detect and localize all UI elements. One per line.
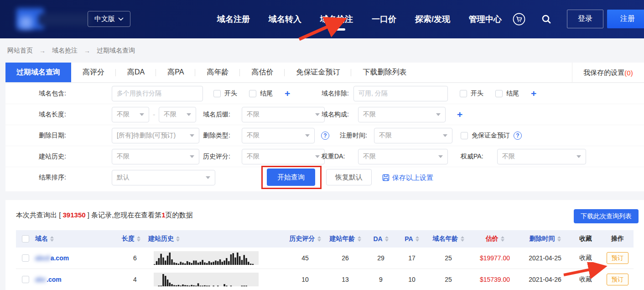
exclude-end-checkbox[interactable]: 结尾 <box>495 83 519 104</box>
sort-icon[interactable] <box>415 234 419 243</box>
blurred-domain-text: abc <box>35 276 46 283</box>
row-checkbox[interactable] <box>22 254 29 262</box>
checkbox[interactable] <box>249 90 256 97</box>
exclude-add-button[interactable]: + <box>531 83 536 104</box>
contain-start-checkbox[interactable]: 开头 <box>213 83 237 104</box>
pa-label: 权威PA: <box>461 146 483 167</box>
checkbox[interactable] <box>495 90 503 97</box>
exclude-start-checkbox[interactable]: 开头 <box>460 83 483 104</box>
compose-add-button[interactable]: + <box>457 104 462 125</box>
length-max-select[interactable]: 不限 <box>159 107 196 122</box>
delete-date-select[interactable]: [所有]待删除(可预订) <box>112 128 199 143</box>
tab-high-valuation[interactable]: 高估价 <box>240 63 285 82</box>
save-settings-link[interactable]: 保存以上设置 <box>382 167 433 188</box>
download-query-list-button[interactable]: 下载此次查询列表 <box>574 209 639 223</box>
checkbox[interactable] <box>461 132 468 139</box>
tab-download-delete-list[interactable]: 下载删除列表 <box>351 63 418 82</box>
breadcrumb-backorder[interactable]: 域名抢注 <box>52 47 78 55</box>
language-selector[interactable]: 中文版 <box>88 11 130 27</box>
filter-panel: 过期域名查询 高评分 高DA 高PA 高年龄 高估价 免保证金预订 下载删除列表… <box>5 63 644 191</box>
favorite-link[interactable]: 收藏 <box>570 254 602 262</box>
header-site-history[interactable]: 建站历史 <box>148 234 285 243</box>
nav-item-buy-now[interactable]: 一口价 <box>372 0 396 38</box>
reset-default-button[interactable]: 恢复默认 <box>326 169 372 185</box>
breadcrumb-home[interactable]: 网站首页 <box>7 47 33 55</box>
delete-type-select[interactable]: 不限 <box>242 128 315 143</box>
sort-icon[interactable] <box>50 234 54 243</box>
history-sparkline[interactable] <box>154 273 259 286</box>
exclude-input[interactable]: 可用, 分隔 <box>353 86 448 101</box>
history-select[interactable]: 不限 <box>112 149 199 164</box>
header-pa[interactable]: PA <box>396 234 427 243</box>
tab-bar: 过期域名查询 高评分 高DA 高PA 高年龄 高估价 免保证金预订 下载删除列表… <box>5 63 644 83</box>
contain-end-checkbox[interactable]: 结尾 <box>249 83 273 104</box>
sort-select[interactable]: 默认 <box>112 170 215 185</box>
compose-select[interactable]: 不限 <box>358 107 446 122</box>
length-min-select[interactable]: 不限 <box>112 107 149 122</box>
reg-time-select[interactable]: 不限 <box>374 128 452 143</box>
tab-high-age[interactable]: 高年龄 <box>195 63 240 82</box>
help-icon[interactable]: ? <box>321 132 329 140</box>
sort-icon[interactable] <box>501 234 504 243</box>
saved-settings-link[interactable]: 我保存的设置(0) <box>572 63 644 83</box>
header-da[interactable]: DA <box>365 234 396 243</box>
book-button[interactable]: 预订 <box>607 274 628 285</box>
score-select[interactable]: 不限 <box>242 149 325 164</box>
nav-item-explore[interactable]: 探索/发现 <box>415 0 450 38</box>
nav-item-management-center[interactable]: 管理中心 <box>469 0 502 38</box>
da-select[interactable]: 不限 <box>358 149 448 164</box>
checkbox[interactable] <box>460 90 467 97</box>
tab-high-score[interactable]: 高评分 <box>71 63 116 82</box>
domain-link[interactable]: abc.com <box>35 276 122 283</box>
header-domain-age[interactable]: 域名年龄 <box>427 234 469 243</box>
domain-link[interactable]: abcda.com <box>35 254 122 262</box>
checkbox[interactable] <box>213 90 221 97</box>
pa-select[interactable]: 不限 <box>497 149 586 164</box>
favorite-link[interactable]: 收藏 <box>570 275 602 284</box>
suffix-select[interactable]: 不限 <box>242 107 325 122</box>
no-deposit-label: 免保证金预订 <box>472 132 510 140</box>
exclude-placeholder: 可用, 分隔 <box>358 90 388 98</box>
help-icon[interactable]: ? <box>514 132 522 140</box>
contain-input[interactable]: 多个用换行分隔 <box>112 86 203 101</box>
sort-icon[interactable] <box>317 234 321 243</box>
nav-item-domain-backorder[interactable]: 域名抢注 <box>320 0 353 38</box>
tab-expired-domain-query[interactable]: 过期域名查询 <box>5 63 71 82</box>
sort-icon[interactable] <box>176 234 180 243</box>
register-button[interactable]: 注册 <box>607 10 644 28</box>
sort-icon[interactable] <box>557 234 561 243</box>
sort-icon[interactable] <box>358 234 361 243</box>
header-history-score[interactable]: 历史评分 <box>285 234 325 243</box>
header-length[interactable]: 长度 <box>122 234 148 243</box>
search-icon[interactable] <box>540 13 553 26</box>
book-button[interactable]: 预订 <box>607 252 628 264</box>
contain-add-button[interactable]: + <box>285 83 290 104</box>
score-label: 历史评分: <box>203 146 230 167</box>
start-query-button[interactable]: 开始查询 <box>267 169 315 186</box>
exclude-end-label: 结尾 <box>506 90 519 98</box>
tab-no-deposit-booking[interactable]: 免保证金预订 <box>285 63 351 82</box>
delete-type-help[interactable]: ? <box>321 125 329 146</box>
login-button[interactable]: 登录 <box>567 10 603 28</box>
tab-high-da[interactable]: 高DA <box>116 63 156 82</box>
no-deposit-checkbox[interactable]: 免保证金预订 ? <box>461 125 522 146</box>
sort-icon[interactable] <box>137 234 140 243</box>
select-all-checkbox[interactable] <box>22 235 29 243</box>
header-domain[interactable]: 域名 <box>35 234 122 243</box>
caret-down-icon <box>315 155 320 160</box>
tab-high-pa[interactable]: 高PA <box>156 63 195 82</box>
header-action: 操作 <box>602 235 634 243</box>
caret-down-icon <box>187 113 191 118</box>
breadcrumb: 网站首页 → 域名抢注 → 过期域名查询 <box>7 38 135 63</box>
nav-item-domain-register[interactable]: 域名注册 <box>217 0 250 38</box>
sort-icon[interactable] <box>461 234 464 243</box>
cart-icon[interactable] <box>513 13 525 26</box>
sort-icon[interactable] <box>385 234 389 243</box>
pa-value: 不限 <box>502 153 515 161</box>
header-valuation[interactable]: 估价 <box>469 234 520 243</box>
nav-item-domain-transfer[interactable]: 域名转入 <box>269 0 301 38</box>
row-checkbox[interactable] <box>22 276 29 283</box>
header-delete-time[interactable]: 删除时间 <box>520 234 570 243</box>
history-sparkline[interactable] <box>154 251 259 265</box>
header-site-age[interactable]: 建站年龄 <box>325 234 365 243</box>
